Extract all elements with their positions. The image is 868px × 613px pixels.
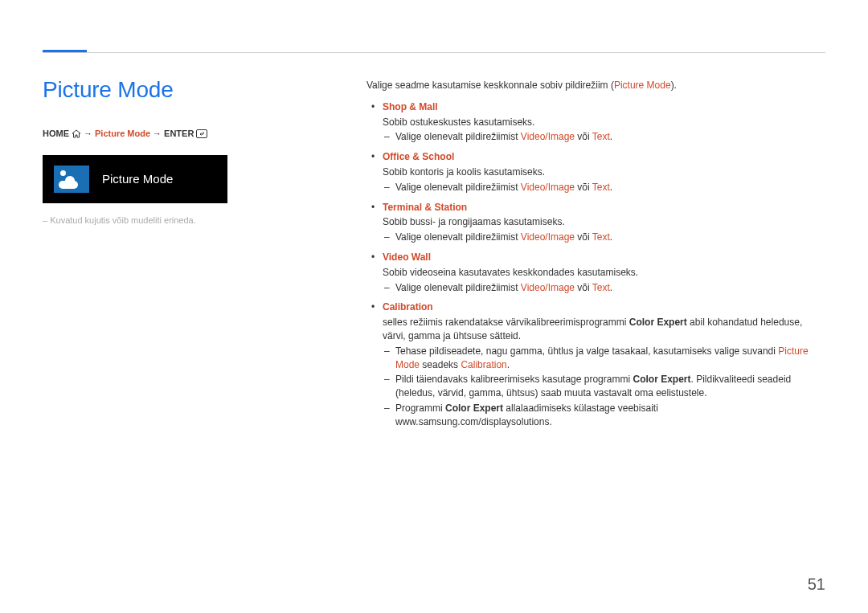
- left-column: Picture Mode HOME → Picture Mode → ENTER…: [43, 74, 227, 227]
- mode-name: Shop & Mall: [383, 101, 438, 112]
- subline-em1: Video/Image: [521, 231, 575, 243]
- n3-bold: Color Expert: [445, 403, 503, 414]
- mode-item-video-wall: Video Wall Sobib videoseina kasutavates …: [366, 251, 817, 294]
- mode-desc: Sobib ostukeskustes kasutamiseks.: [383, 116, 817, 129]
- n1-pre: Tehase pildiseadete, nagu gamma, ühtlus …: [395, 345, 778, 357]
- breadcrumb: HOME → Picture Mode → ENTER: [43, 128, 227, 140]
- mode-subitem: Valige olenevalt pildirežiimist Video/Im…: [383, 130, 817, 144]
- subline-mid: või: [575, 182, 592, 193]
- subline-em2: Text: [592, 282, 610, 293]
- home-icon: [72, 129, 81, 138]
- cal-note-2: Pildi täiendavaks kalibreerimiseks kasut…: [383, 373, 817, 400]
- subline-post: .: [610, 131, 612, 142]
- mode-name: Calibration: [383, 301, 433, 313]
- modes-list: Shop & Mall Sobib ostukeskustes kasutami…: [366, 100, 817, 429]
- mode-desc: Sobib videoseina kasutavates keskkondade…: [383, 266, 817, 280]
- mode-sublist: Tehase pildiseadete, nagu gamma, ühtlus …: [383, 345, 817, 429]
- subline-mid: või: [575, 131, 592, 142]
- breadcrumb-arrow-1: →: [84, 128, 92, 140]
- breadcrumb-picture-mode: Picture Mode: [95, 128, 150, 140]
- subline-post: .: [610, 282, 612, 293]
- mode-name: Office & School: [383, 151, 454, 162]
- mode-sublist: Valige olenevalt pildirežiimist Video/Im…: [383, 231, 817, 244]
- cal-desc-bold: Color Expert: [629, 317, 687, 328]
- subline-em2: Text: [592, 182, 610, 193]
- subline-em2: Text: [592, 131, 610, 142]
- subline-post: .: [610, 231, 612, 243]
- subline-em1: Video/Image: [521, 131, 575, 142]
- breadcrumb-enter-label: ENTER: [164, 128, 194, 140]
- mode-sublist: Valige olenevalt pildirežiimist Video/Im…: [383, 181, 817, 194]
- subline-pre: Valige olenevalt pildirežiimist: [395, 282, 521, 293]
- top-divider: [43, 52, 825, 53]
- mode-sublist: Valige olenevalt pildirežiimist Video/Im…: [383, 281, 817, 295]
- mode-item-shop-mall: Shop & Mall Sobib ostukeskustes kasutami…: [366, 100, 817, 144]
- cal-note-1: Tehase pildiseadete, nagu gamma, ühtlus …: [383, 345, 817, 372]
- subline-em1: Video/Image: [521, 182, 575, 193]
- picture-thumbnail-icon: [54, 166, 89, 193]
- preview-caption: – Kuvatud kujutis võib mudeliti erineda.: [43, 215, 227, 227]
- mode-desc: Sobib kontoris ja koolis kasutamiseks.: [383, 166, 817, 179]
- mode-name: Video Wall: [383, 251, 431, 263]
- breadcrumb-arrow-2: →: [153, 128, 162, 140]
- mode-desc: Sobib bussi- ja rongijaamas kasutamiseks…: [383, 215, 817, 229]
- n1-mid: seadeks: [420, 359, 461, 370]
- tv-preview-label: Picture Mode: [102, 170, 173, 187]
- mode-sublist: Valige olenevalt pildirežiimist Video/Im…: [383, 130, 817, 144]
- cal-desc-pre: selles režiimis rakendatakse värvikalibr…: [383, 317, 629, 328]
- mode-item-calibration: Calibration selles režiimis rakendatakse…: [366, 300, 817, 428]
- intro-post: ).: [671, 80, 677, 91]
- n3-pre: Programmi: [395, 403, 445, 414]
- intro-emphasis: Picture Mode: [614, 80, 671, 91]
- right-column: Valige seadme kasutamise keskkonnale sob…: [366, 79, 817, 435]
- mode-name: Terminal & Station: [383, 202, 467, 213]
- subline-pre: Valige olenevalt pildirežiimist: [395, 131, 521, 142]
- intro-pre: Valige seadme kasutamise keskkonnale sob…: [366, 80, 614, 91]
- mode-subitem: Valige olenevalt pildirežiimist Video/Im…: [383, 281, 817, 295]
- mode-subitem: Valige olenevalt pildirežiimist Video/Im…: [383, 181, 817, 194]
- n2-pre: Pildi täiendavaks kalibreerimiseks kasut…: [395, 374, 633, 385]
- page-title: Picture Mode: [43, 74, 227, 105]
- cal-note-3: Programmi Color Expert allalaadimiseks k…: [383, 402, 817, 429]
- intro-text: Valige seadme kasutamise keskkonnale sob…: [366, 79, 817, 92]
- n1-post: .: [507, 359, 510, 370]
- subline-pre: Valige olenevalt pildirežiimist: [395, 231, 521, 243]
- subline-mid: või: [575, 231, 592, 243]
- page-number: 51: [808, 573, 825, 595]
- mode-subitem: Valige olenevalt pildirežiimist Video/Im…: [383, 231, 817, 244]
- subline-pre: Valige olenevalt pildirežiimist: [395, 182, 521, 193]
- subline-em2: Text: [592, 231, 610, 243]
- n1-em2: Calibration: [461, 359, 506, 370]
- enter-icon: [196, 129, 207, 138]
- subline-em1: Video/Image: [521, 282, 575, 293]
- tv-preview-panel: Picture Mode: [43, 155, 227, 203]
- n2-bold: Color Expert: [633, 374, 690, 385]
- subline-mid: või: [575, 282, 592, 293]
- mode-item-terminal-station: Terminal & Station Sobib bussi- ja rongi…: [366, 201, 817, 244]
- subline-post: .: [610, 182, 612, 193]
- mode-desc: selles režiimis rakendatakse värvikalibr…: [383, 316, 817, 343]
- mode-item-office-school: Office & School Sobib kontoris ja koolis…: [366, 150, 817, 194]
- breadcrumb-home-label: HOME: [43, 128, 69, 140]
